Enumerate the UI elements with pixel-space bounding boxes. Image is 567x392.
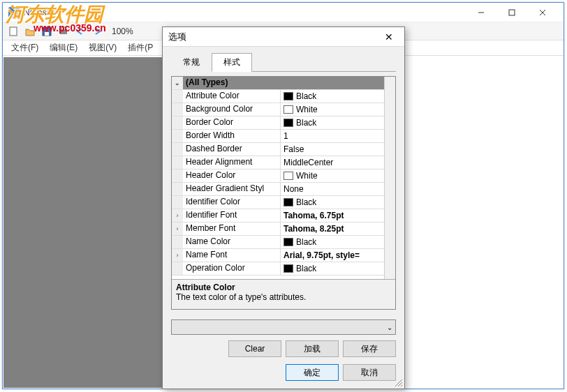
expand-gutter[interactable]	[172, 116, 183, 129]
collapse-icon[interactable]: ⌄	[172, 77, 183, 89]
property-value-text: White	[296, 171, 318, 181]
menu-file[interactable]: 文件(F)	[6, 40, 44, 55]
expand-gutter[interactable]	[172, 90, 183, 103]
save-button[interactable]: 保存	[343, 340, 396, 357]
zoom-level[interactable]: 100%	[112, 27, 133, 36]
tool-print-icon[interactable]	[56, 24, 71, 39]
app-titlebar[interactable]: NClass	[3, 3, 564, 22]
expand-gutter[interactable]	[172, 156, 183, 169]
tool-save-icon[interactable]	[39, 24, 54, 39]
property-value-text: Arial, 9.75pt, style=	[284, 250, 360, 260]
property-value[interactable]: Black	[281, 236, 384, 248]
property-row[interactable]: Dashed BorderFalse	[172, 143, 384, 156]
property-row[interactable]: Attribute ColorBlack	[172, 90, 384, 103]
property-value-text: Black	[296, 91, 316, 101]
property-label: Member Font	[183, 223, 281, 235]
tool-redo-icon[interactable]	[89, 24, 105, 39]
color-swatch-icon	[284, 105, 293, 114]
property-row[interactable]: Name ColorBlack	[172, 236, 384, 249]
window-controls	[466, 3, 558, 22]
expand-gutter[interactable]: ›	[172, 249, 183, 262]
expand-gutter[interactable]	[172, 103, 183, 116]
dialog-body: 常规 样式 ⌄ (All Types) Attribute ColorBlack…	[163, 47, 404, 389]
app-title-wrap: NClass	[8, 7, 466, 18]
property-row[interactable]: Operation ColorBlack	[172, 262, 384, 276]
scrollbar[interactable]	[384, 77, 395, 279]
style-buttons: Clear 加载 保存	[171, 340, 396, 357]
property-row[interactable]: ›Name FontArial, 9.75pt, style=	[172, 249, 384, 262]
load-button[interactable]: 加载	[286, 340, 339, 357]
expand-gutter[interactable]	[172, 236, 183, 248]
expand-gutter[interactable]: ›	[172, 223, 183, 235]
property-row[interactable]: ›Member FontTahoma, 8.25pt	[172, 223, 384, 236]
property-value-text: Black	[296, 237, 316, 247]
property-group-header[interactable]: ⌄ (All Types)	[172, 77, 384, 90]
ok-button[interactable]: 确定	[286, 364, 339, 381]
chevron-down-icon: ⌄	[387, 324, 392, 331]
property-label: Identifier Font	[183, 209, 281, 222]
property-row[interactable]: Header Gradient StylNone	[172, 183, 384, 196]
color-swatch-icon	[284, 172, 293, 180]
property-value[interactable]: 1	[281, 130, 384, 142]
property-row[interactable]: Identifier ColorBlack	[172, 196, 384, 209]
resize-grip-icon[interactable]	[393, 377, 403, 387]
property-value[interactable]: Black	[281, 116, 384, 129]
menu-edit[interactable]: 编辑(E)	[44, 40, 83, 55]
property-value[interactable]: White	[281, 103, 384, 116]
svg-rect-8	[61, 27, 66, 30]
expand-gutter[interactable]	[172, 130, 183, 142]
tab-general[interactable]: 常规	[171, 53, 212, 72]
property-value[interactable]: MiddleCenter	[281, 156, 384, 169]
theme-dropdown[interactable]: ⌄	[171, 319, 396, 335]
close-button[interactable]	[527, 3, 558, 22]
property-value[interactable]: Tahoma, 8.25pt	[281, 223, 384, 235]
dialog-close-icon[interactable]: ✕	[379, 31, 399, 43]
expand-gutter[interactable]	[172, 169, 183, 182]
property-value[interactable]: None	[281, 183, 384, 195]
expand-gutter[interactable]	[172, 183, 183, 195]
property-row[interactable]: Border ColorBlack	[172, 116, 384, 130]
property-value[interactable]: Black	[281, 196, 384, 209]
maximize-button[interactable]	[496, 3, 527, 22]
property-value-text: MiddleCenter	[284, 158, 333, 167]
cancel-button[interactable]: 取消	[343, 364, 396, 381]
property-label: Background Color	[183, 103, 281, 116]
property-value-text: Tahoma, 6.75pt	[284, 211, 344, 220]
property-row[interactable]: Header AlignmentMiddleCenter	[172, 156, 384, 169]
property-value[interactable]: Black	[281, 90, 384, 103]
menu-view[interactable]: 视图(V)	[83, 40, 122, 55]
property-row[interactable]: Background ColorWhite	[172, 103, 384, 116]
property-value-text: Black	[296, 264, 316, 273]
clear-button[interactable]: Clear	[228, 340, 281, 357]
dialog-buttons: 确定 取消	[171, 364, 396, 381]
tab-strip: 常规 样式	[171, 52, 396, 72]
property-row[interactable]: Header ColorWhite	[172, 169, 384, 183]
side-panel	[402, 57, 563, 388]
property-value[interactable]: Tahoma, 6.75pt	[281, 209, 384, 222]
expand-gutter[interactable]	[172, 196, 183, 209]
property-value[interactable]: White	[281, 169, 384, 182]
svg-rect-1	[509, 10, 515, 15]
tool-open-icon[interactable]	[22, 24, 38, 39]
menu-plugin[interactable]: 插件(P	[122, 40, 159, 55]
property-value[interactable]: Arial, 9.75pt, style=	[281, 249, 384, 262]
tool-undo-icon[interactable]	[73, 24, 88, 39]
description-title: Attribute Color	[176, 282, 391, 292]
svg-rect-4	[10, 27, 17, 36]
svg-line-11	[401, 385, 402, 386]
minimize-button[interactable]	[466, 3, 496, 22]
tool-new-icon[interactable]	[6, 24, 21, 39]
property-row[interactable]: ›Identifier FontTahoma, 6.75pt	[172, 209, 384, 223]
property-value-text: White	[296, 105, 318, 114]
options-dialog: 选项 ✕ 常规 样式 ⌄ (All Types) Attribute Color…	[162, 27, 405, 389]
tab-style[interactable]: 样式	[212, 53, 252, 72]
expand-gutter[interactable]	[172, 262, 183, 275]
expand-gutter[interactable]	[172, 143, 183, 156]
property-row[interactable]: Border Width1	[172, 130, 384, 143]
expand-gutter[interactable]: ›	[172, 209, 183, 222]
dialog-titlebar[interactable]: 选项 ✕	[163, 27, 404, 47]
property-label: Header Color	[183, 169, 281, 182]
description-pane: Attribute Color The text color of a type…	[172, 279, 395, 309]
property-value[interactable]: Black	[281, 262, 384, 275]
property-value[interactable]: False	[281, 143, 384, 156]
